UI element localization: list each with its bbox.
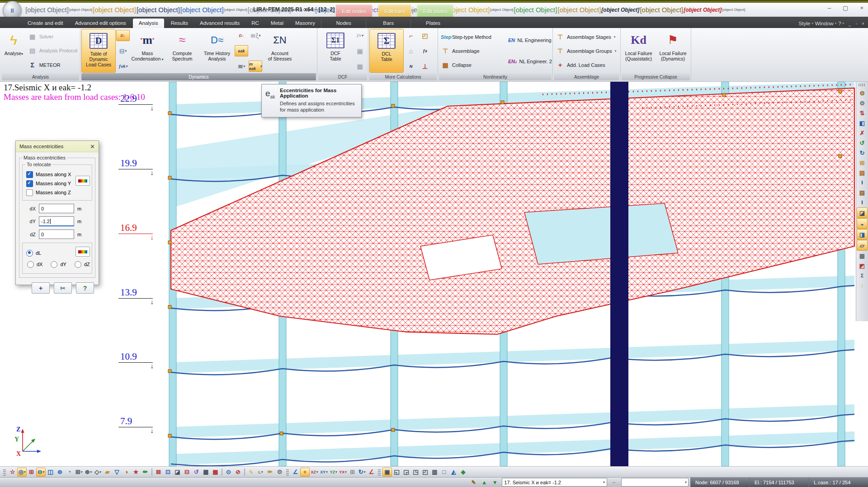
right-toolbar-icon[interactable]: ◒ (857, 218, 868, 229)
bottom-toolbar-icon[interactable]: ▥ (430, 468, 439, 477)
ribbon-icon-button[interactable]: Σϟ (353, 30, 367, 41)
edit-mode-button[interactable]: Edit bars (378, 5, 411, 18)
ribbon-tab[interactable]: Advanced edit options (69, 19, 132, 28)
time-history-analysis-button[interactable]: D≈ Time HistoryAnalysis (200, 29, 234, 73)
status-input[interactable]: ▾ (621, 478, 689, 487)
radio-icon[interactable] (26, 250, 33, 257)
hammer-icon[interactable]: ⌐ (608, 477, 621, 487)
direction-radio-row[interactable]: dY (51, 260, 66, 268)
quick-access-icon[interactable]: [object Object] (684, 5, 722, 15)
bottom-toolbar-icon[interactable]: ϟ (246, 468, 256, 477)
quick-access-icon[interactable]: [object Object] (137, 5, 180, 15)
right-toolbar-icon[interactable]: ⚙ (857, 88, 867, 98)
right-toolbar-icon[interactable]: ▦ (857, 251, 867, 261)
ribbon-small-button[interactable]: Σ METEOR (26, 60, 79, 70)
minimize-button[interactable]: – (828, 5, 831, 11)
loadcase-combobox[interactable]: 17. Seismic X и eak= -1.2▾ (502, 478, 607, 487)
bottom-toolbar-icon[interactable]: ◫ (46, 468, 55, 477)
ribbon-small-button[interactable]: ⊤ Assemblage Stages (554, 32, 619, 42)
ribbon-icon-button[interactable]: N (404, 61, 418, 72)
bottom-toolbar-icon[interactable] (286, 468, 289, 476)
quick-access-icon[interactable]: [object Object] (69, 5, 92, 15)
ribbon-tab[interactable]: Create and edit (22, 19, 69, 28)
quick-access-icon[interactable]: [object Object] (224, 5, 247, 15)
ribbon-tab[interactable]: Nodes (321, 19, 366, 28)
right-toolbar-icon[interactable]: ▤ (857, 187, 867, 197)
right-toolbar-icon[interactable]: ⚙ (857, 98, 867, 108)
bottom-toolbar-icon[interactable]: ⚙ (275, 468, 284, 477)
ribbon-small-button[interactable]: EN NL Engineering (506, 35, 552, 46)
bottom-toolbar-icon[interactable]: ◇ (93, 468, 103, 477)
bottom-toolbar-icon[interactable] (3, 468, 6, 476)
ribbon-icon-button[interactable]: m eak (249, 61, 262, 72)
ribbon-tab[interactable]: Plates (410, 19, 455, 28)
checkbox-icon[interactable] (26, 189, 33, 196)
radio-icon[interactable] (27, 261, 34, 268)
restore-button[interactable]: ▢ (843, 5, 848, 11)
dialog-close-icon[interactable]: ✕ (90, 143, 95, 150)
edit-loadcase-icon[interactable]: ✎ (468, 478, 479, 487)
bottom-toolbar-icon[interactable]: ☆ (8, 468, 17, 477)
bottom-toolbar-icon[interactable]: ▦ (201, 468, 211, 477)
ribbon-tab[interactable]: Analysis (133, 19, 164, 28)
table-of-dynamic-load-cases-button[interactable]: D Table of DynamicLoad Cases (81, 29, 116, 73)
ribbon-icon-button[interactable]: ⌐ (404, 30, 418, 41)
offset-input[interactable]: 0 (39, 229, 74, 239)
ribbon-tab[interactable]: Results (165, 19, 194, 28)
mass-condensation-button[interactable]: m MassCondensation (130, 29, 165, 73)
offset-input[interactable]: 0 (39, 204, 74, 213)
bottom-toolbar-icon[interactable]: ⊟ (182, 468, 192, 477)
style-menu[interactable]: Style▾ (799, 21, 813, 26)
bottom-toolbar-icon[interactable]: XZ (310, 468, 319, 477)
bottom-toolbar-icon[interactable]: ↺ (192, 468, 201, 477)
bottom-toolbar-icon[interactable]: ◰ (420, 468, 430, 477)
bottom-toolbar-icon[interactable]: YX (338, 468, 348, 477)
right-toolbar-icon[interactable]: ✗ (857, 128, 867, 138)
mdi-close-button[interactable]: × (862, 21, 864, 26)
account-of-stresses-button[interactable]: ΣN Accountof Stresses (263, 29, 297, 73)
bottom-toolbar-icon[interactable]: ✏ (141, 468, 150, 477)
ribbon-small-button[interactable]: ▤ Analysis Protocol (26, 46, 79, 56)
bottom-toolbar-icon[interactable]: XY (319, 468, 329, 477)
bottom-toolbar-icon[interactable] (244, 468, 245, 476)
quick-access-icon[interactable]: [object Object] (180, 5, 224, 15)
bottom-toolbar-icon[interactable]: ⊜ (55, 468, 65, 477)
bottom-toolbar-icon[interactable]: ⊞ (348, 468, 357, 477)
ribbon-small-button[interactable]: + Add. Load Cases (554, 60, 619, 70)
bottom-toolbar-icon[interactable]: ▣ (382, 468, 392, 477)
bottom-toolbar-icon[interactable]: ◪ (173, 468, 182, 477)
ribbon-small-button[interactable]: ▩ Collapse (439, 60, 506, 70)
bottom-toolbar-icon[interactable] (222, 468, 222, 476)
radio-icon[interactable] (51, 261, 57, 268)
ribbon-small-button[interactable]: Step Step-type Method (439, 32, 506, 42)
model-view[interactable]: 17.Seismic X и eak= -1.2 Masses are take… (0, 82, 868, 466)
dialog-title-bar[interactable]: Mass eccentricities ✕ (16, 141, 99, 152)
ribbon-icon-button[interactable]: ≋ξ (249, 30, 262, 41)
quick-access-icon[interactable]: [object Object] (93, 5, 136, 15)
ribbon-icon-button[interactable]: D↓ (116, 30, 130, 41)
right-toolbar-icon[interactable]: ▱ (857, 240, 868, 251)
bottom-toolbar-icon[interactable]: ▰ (103, 468, 112, 477)
mdi-minimize-button[interactable]: _ (849, 21, 851, 26)
bottom-toolbar-icon[interactable]: ⊠ (154, 468, 163, 477)
right-toolbar-icon[interactable]: ⇅ (857, 108, 867, 118)
bottom-toolbar-icon[interactable]: ⊘ (233, 468, 243, 477)
dcl-table-button[interactable]: Σ DCLTable (369, 29, 404, 73)
right-toolbar-icon[interactable]: ◪ (857, 207, 868, 218)
right-toolbar-icon[interactable]: I (857, 178, 867, 187)
radio-icon[interactable] (75, 261, 81, 268)
bottom-toolbar-icon[interactable]: ⊕ (84, 468, 93, 477)
mdi-restore-button[interactable]: ▫ (856, 21, 858, 26)
bottom-toolbar-icon[interactable]: ◭ (449, 468, 458, 477)
quick-access-icon[interactable]: [object Object] (640, 5, 683, 15)
right-toolbar-icon[interactable]: ◨ (857, 229, 868, 240)
ribbon-tab[interactable]: Bars (366, 19, 410, 28)
dcf-table-button[interactable]: Σ1 DCFTable (318, 29, 353, 73)
checkbox-icon[interactable] (26, 180, 33, 187)
ribbon-icon-button[interactable]: ≋ (235, 61, 248, 72)
local-failure-dynamics-button[interactable]: ⚑ Local Failure(Dynamics) (656, 29, 690, 73)
close-button[interactable]: × (860, 5, 863, 11)
right-toolbar-icon[interactable]: ↺ (857, 138, 867, 148)
offset-input[interactable]: -1.2 (39, 216, 74, 226)
bottom-toolbar-icon[interactable]: ◱ (392, 468, 401, 477)
